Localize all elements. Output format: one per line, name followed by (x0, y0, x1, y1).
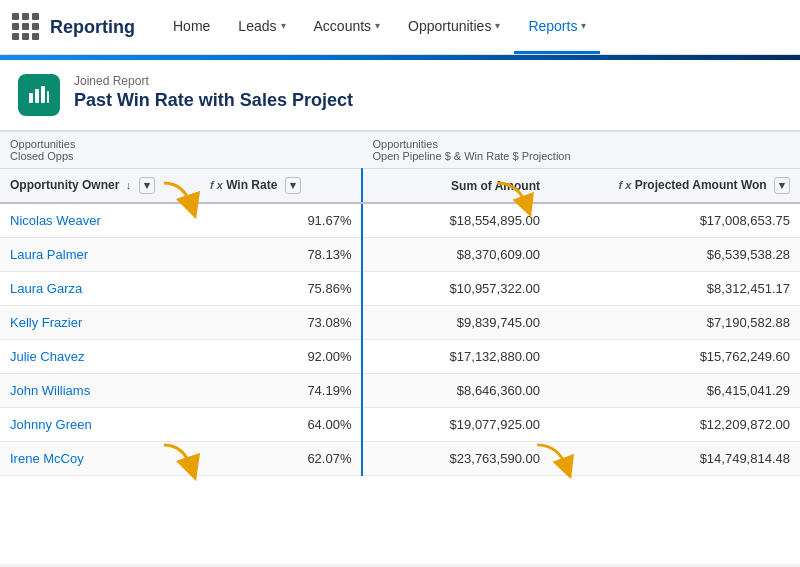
winrate-cell: 73.08% (200, 306, 362, 340)
projected-cell: $6,415,041.29 (550, 374, 800, 408)
nav-items: Home Leads ▾ Accounts ▾ Opportunities ▾ … (159, 0, 788, 54)
winrate-cell: 92.00% (200, 340, 362, 374)
col-filter-winrate[interactable]: ▾ (285, 177, 301, 194)
owner-cell[interactable]: Kelly Frazier (0, 306, 200, 340)
sum-cell: $8,646,360.00 (362, 374, 549, 408)
col-filter-owner[interactable]: ▾ (139, 177, 155, 194)
report-title: Past Win Rate with Sales Project (74, 90, 353, 111)
projected-cell: $12,209,872.00 (550, 408, 800, 442)
winrate-cell: 64.00% (200, 408, 362, 442)
sum-cell: $23,763,590.00 (362, 442, 549, 476)
projected-cell: $14,749,814.48 (550, 442, 800, 476)
report-table-container: Opportunities Closed Opps Opportunities … (0, 131, 800, 564)
winrate-cell: 62.07% (200, 442, 362, 476)
report-type: Joined Report (74, 74, 353, 88)
app-launcher-icon[interactable] (12, 13, 40, 41)
sort-icon[interactable]: ↓ (126, 179, 132, 191)
table-row: Julie Chavez 92.00% $17,132,880.00 $15,7… (0, 340, 800, 374)
owner-cell[interactable]: Irene McCoy (0, 442, 200, 476)
svg-rect-2 (41, 86, 45, 103)
fx-badge-winrate: fx (210, 179, 223, 191)
group-header-row: Opportunities Closed Opps Opportunities … (0, 132, 800, 169)
nav-item-opportunities[interactable]: Opportunities ▾ (394, 0, 514, 54)
nav-item-home[interactable]: Home (159, 0, 224, 54)
chevron-down-icon: ▾ (495, 20, 500, 31)
sum-cell: $17,132,880.00 (362, 340, 549, 374)
group-label-open: Opportunities Open Pipeline $ & Win Rate… (362, 132, 800, 169)
sum-cell: $9,839,745.00 (362, 306, 549, 340)
owner-cell[interactable]: Laura Palmer (0, 238, 200, 272)
projected-cell: $6,539,538.28 (550, 238, 800, 272)
col-header-owner: Opportunity Owner ↓ ▾ (0, 169, 200, 204)
owner-cell[interactable]: Johnny Green (0, 408, 200, 442)
table-row: Irene McCoy 62.07% $23,763,590.00 $14,74… (0, 442, 800, 476)
col-filter-projected[interactable]: ▾ (774, 177, 790, 194)
nav-item-reports[interactable]: Reports ▾ (514, 0, 600, 54)
winrate-cell: 91.67% (200, 203, 362, 238)
chevron-down-icon: ▾ (375, 20, 380, 31)
col-header-projected: fx Projected Amount Won ▾ (550, 169, 800, 204)
winrate-cell: 78.13% (200, 238, 362, 272)
table-row: Johnny Green 64.00% $19,077,925.00 $12,2… (0, 408, 800, 442)
table-body: Nicolas Weaver 91.67% $18,554,895.00 $17… (0, 203, 800, 476)
fx-badge-projected: fx (619, 179, 632, 191)
owner-cell[interactable]: John Williams (0, 374, 200, 408)
col-header-row: Opportunity Owner ↓ ▾ fx Win Rate ▾ Sum … (0, 169, 800, 204)
projected-cell: $8,312,451.17 (550, 272, 800, 306)
chart-bar-icon (27, 83, 51, 107)
svg-rect-0 (29, 93, 33, 103)
table-row: Nicolas Weaver 91.67% $18,554,895.00 $17… (0, 203, 800, 238)
sum-cell: $18,554,895.00 (362, 203, 549, 238)
report-table: Opportunities Closed Opps Opportunities … (0, 131, 800, 476)
top-navigation: Reporting Home Leads ▾ Accounts ▾ Opport… (0, 0, 800, 55)
report-title-block: Joined Report Past Win Rate with Sales P… (74, 74, 353, 111)
report-icon (18, 74, 60, 116)
col-header-winrate: fx Win Rate ▾ (200, 169, 362, 204)
winrate-cell: 75.86% (200, 272, 362, 306)
col-header-sum: Sum of Amount (362, 169, 549, 204)
chevron-down-icon: ▾ (281, 20, 286, 31)
sum-cell: $8,370,609.00 (362, 238, 549, 272)
projected-cell: $7,190,582.88 (550, 306, 800, 340)
table-row: John Williams 74.19% $8,646,360.00 $6,41… (0, 374, 800, 408)
svg-rect-3 (47, 91, 49, 103)
group-label-closed: Opportunities Closed Opps (0, 132, 362, 169)
table-row: Laura Palmer 78.13% $8,370,609.00 $6,539… (0, 238, 800, 272)
owner-cell[interactable]: Nicolas Weaver (0, 203, 200, 238)
table-row: Laura Garza 75.86% $10,957,322.00 $8,312… (0, 272, 800, 306)
sum-cell: $10,957,322.00 (362, 272, 549, 306)
report-header: Joined Report Past Win Rate with Sales P… (0, 60, 800, 131)
sum-cell: $19,077,925.00 (362, 408, 549, 442)
chevron-down-icon: ▾ (581, 20, 586, 31)
app-brand: Reporting (50, 17, 135, 38)
nav-item-accounts[interactable]: Accounts ▾ (300, 0, 395, 54)
svg-rect-1 (35, 89, 39, 103)
table-wrapper[interactable]: Opportunities Closed Opps Opportunities … (0, 131, 800, 564)
projected-cell: $15,762,249.60 (550, 340, 800, 374)
nav-item-leads[interactable]: Leads ▾ (224, 0, 299, 54)
winrate-cell: 74.19% (200, 374, 362, 408)
projected-cell: $17,008,653.75 (550, 203, 800, 238)
table-row: Kelly Frazier 73.08% $9,839,745.00 $7,19… (0, 306, 800, 340)
owner-cell[interactable]: Laura Garza (0, 272, 200, 306)
owner-cell[interactable]: Julie Chavez (0, 340, 200, 374)
